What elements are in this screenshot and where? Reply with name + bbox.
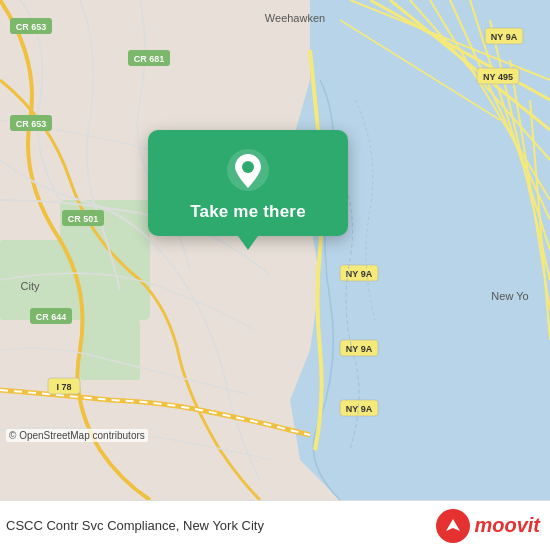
svg-text:NY 9A: NY 9A (346, 344, 373, 354)
svg-rect-4 (80, 320, 140, 380)
copyright-text: © OpenStreetMap contributors (6, 429, 148, 442)
svg-text:CR 681: CR 681 (134, 54, 165, 64)
svg-text:NY 9A: NY 9A (346, 269, 373, 279)
svg-text:Weehawken: Weehawken (265, 12, 325, 24)
svg-text:CR 653: CR 653 (16, 119, 47, 129)
svg-text:NY 9A: NY 9A (346, 404, 373, 414)
svg-text:CR 644: CR 644 (36, 312, 67, 322)
location-pin-icon (226, 148, 270, 192)
map-container: CR 653 CR 681 CR 653 CR 501 CR 644 NY 9A… (0, 0, 550, 500)
map-background: CR 653 CR 681 CR 653 CR 501 CR 644 NY 9A… (0, 0, 550, 500)
svg-point-42 (242, 161, 254, 173)
svg-text:NY 495: NY 495 (483, 72, 513, 82)
moovit-logo: moovit (436, 509, 540, 543)
take-me-there-label: Take me there (190, 202, 306, 222)
location-text: CSCC Contr Svc Compliance, New York City (6, 518, 436, 533)
svg-text:CR 501: CR 501 (68, 214, 99, 224)
take-me-there-popup[interactable]: Take me there (148, 130, 348, 236)
moovit-brand-text: moovit (474, 514, 540, 537)
svg-text:I 78: I 78 (56, 382, 71, 392)
svg-text:New Yo: New Yo (491, 290, 528, 302)
moovit-brand-icon (436, 509, 470, 543)
svg-text:NY 9A: NY 9A (491, 32, 518, 42)
bottom-bar: CSCC Contr Svc Compliance, New York City… (0, 500, 550, 550)
svg-text:CR 653: CR 653 (16, 22, 47, 32)
svg-text:City: City (21, 280, 40, 292)
